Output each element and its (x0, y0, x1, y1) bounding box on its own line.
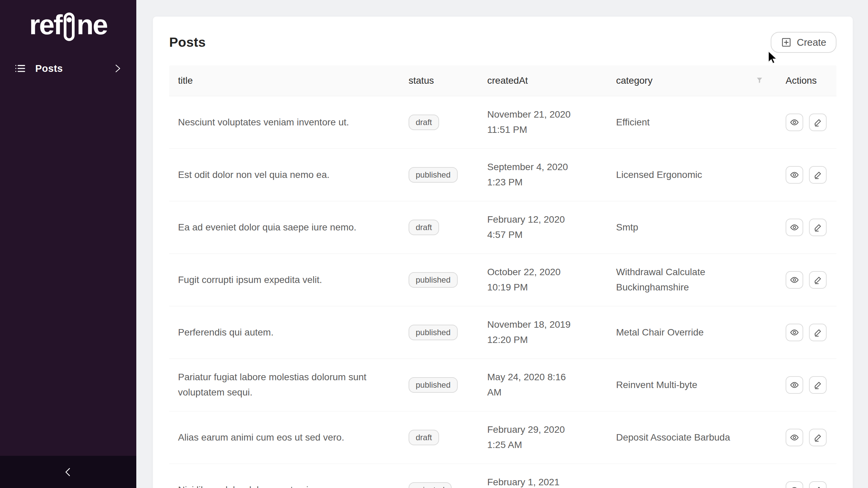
post-title: Est odit dolor non vel quia nemo ea. (169, 167, 400, 183)
table-header-row: title status createdAt category Actions (169, 65, 836, 96)
post-category: Reinvent Multi-byte (607, 378, 777, 393)
post-title: Nisi libero dolor dolores aut qui nam eu… (169, 483, 400, 488)
refine-logo[interactable]: refne (0, 9, 136, 40)
logo-text-ref: ref (29, 9, 62, 41)
app-window: refne Posts (0, 0, 868, 488)
card-header: Posts Create (169, 30, 836, 55)
row-actions (777, 271, 836, 289)
chevron-left-icon (63, 467, 74, 477)
post-title: Alias earum animi cum eos ut sed vero. (169, 430, 400, 445)
logo-text-ne: ne (77, 9, 107, 41)
eye-icon (790, 433, 799, 442)
filter-funnel-icon[interactable] (755, 76, 764, 85)
plus-square-icon (781, 37, 792, 48)
sidebar-item-posts[interactable]: Posts (0, 56, 136, 81)
edit-pencil-icon (813, 380, 823, 390)
table-row: Alias earum animi cum eos ut sed vero. d… (169, 411, 836, 464)
table-row: Perferendis qui autem. published Novembe… (169, 306, 836, 359)
create-button[interactable]: Create (771, 32, 836, 53)
view-button[interactable] (786, 114, 803, 131)
post-created-at: November 21, 2020 11:51 PM (478, 107, 607, 138)
main-content: Posts Create title status (136, 0, 868, 488)
logo-toggle-i-icon (64, 13, 75, 41)
column-header-category: category (607, 75, 777, 86)
edit-pencil-icon (813, 433, 823, 442)
post-created-at: February 29, 2020 1:25 AM (478, 422, 607, 453)
sidebar-collapse-button[interactable] (0, 456, 136, 488)
eye-icon (790, 328, 799, 337)
column-header-createdat: createdAt (478, 75, 607, 86)
post-title: Pariatur fugiat labore molestias dolorum… (169, 370, 400, 400)
post-created-at: February 12, 2020 4:57 PM (478, 212, 607, 243)
post-title: Fugit corrupti ipsum expedita velit. (169, 272, 400, 288)
edit-pencil-icon (813, 223, 823, 232)
unordered-list-icon (14, 62, 26, 75)
column-header-actions: Actions (777, 75, 836, 86)
mouse-cursor (766, 50, 781, 65)
row-actions (777, 481, 836, 488)
table-row: Nisi libero dolor dolores aut qui nam eu… (169, 464, 836, 488)
eye-icon (790, 485, 799, 488)
status-badge: draft (409, 430, 439, 446)
table-row: Fugit corrupti ipsum expedita velit. pub… (169, 254, 836, 306)
create-button-label: Create (797, 37, 826, 48)
sidebar: refne Posts (0, 0, 136, 488)
post-category: Licensed Ergonomic (607, 167, 777, 183)
row-actions (777, 376, 836, 394)
edit-button[interactable] (809, 481, 827, 488)
post-created-at: February 1, 2021 1:25 AM (478, 475, 607, 488)
edit-pencil-icon (813, 275, 823, 285)
table-row: Nesciunt voluptates veniam inventore ut.… (169, 96, 836, 149)
edit-button[interactable] (809, 324, 827, 341)
sidebar-item-label: Posts (35, 63, 63, 74)
edit-button[interactable] (809, 166, 827, 184)
edit-button[interactable] (809, 271, 827, 289)
post-category: Efficient (607, 115, 777, 130)
edit-pencil-icon (813, 485, 823, 488)
eye-icon (790, 118, 799, 127)
post-title: Perferendis qui autem. (169, 325, 400, 340)
status-badge: published (409, 325, 458, 341)
status-badge: published (409, 167, 458, 183)
post-title: Ea ad eveniet dolor quia saepe iure nemo… (169, 220, 400, 235)
post-category: Withdrawal Calculate Buckinghamshire (607, 265, 777, 295)
posts-table: title status createdAt category Actions (169, 65, 836, 488)
post-category: Metal Chair Override (607, 325, 777, 340)
eye-icon (790, 223, 799, 232)
status-badge: published (409, 272, 458, 288)
status-badge: draft (409, 115, 439, 130)
edit-button[interactable] (809, 429, 827, 446)
status-badge: draft (409, 220, 439, 236)
row-actions (777, 166, 836, 184)
row-actions (777, 114, 836, 131)
view-button[interactable] (786, 271, 803, 289)
row-actions (777, 429, 836, 446)
row-actions (777, 219, 836, 236)
chevron-right-icon (113, 63, 123, 74)
eye-icon (790, 380, 799, 390)
status-badge: rejected (409, 482, 452, 488)
post-category: Smtp (607, 220, 777, 235)
view-button[interactable] (786, 219, 803, 236)
view-button[interactable] (786, 324, 803, 341)
edit-button[interactable] (809, 114, 827, 131)
edit-pencil-icon (813, 118, 823, 127)
edit-pencil-icon (813, 170, 823, 180)
edit-pencil-icon (813, 328, 823, 337)
table-row: Est odit dolor non vel quia nemo ea. pub… (169, 149, 836, 201)
view-button[interactable] (786, 376, 803, 394)
edit-button[interactable] (809, 376, 827, 394)
page-title: Posts (169, 35, 206, 50)
post-category: Deposit Associate Barbuda (607, 430, 777, 445)
view-button[interactable] (786, 429, 803, 446)
view-button[interactable] (786, 481, 803, 488)
edit-button[interactable] (809, 219, 827, 236)
table-row: Pariatur fugiat labore molestias dolorum… (169, 359, 836, 411)
view-button[interactable] (786, 166, 803, 184)
post-created-at: November 18, 2019 12:20 PM (478, 317, 607, 348)
eye-icon (790, 275, 799, 285)
column-header-status: status (400, 75, 478, 86)
post-title: Nesciunt voluptates veniam inventore ut. (169, 115, 400, 130)
posts-list-card: Posts Create title status (153, 17, 853, 488)
row-actions (777, 324, 836, 341)
